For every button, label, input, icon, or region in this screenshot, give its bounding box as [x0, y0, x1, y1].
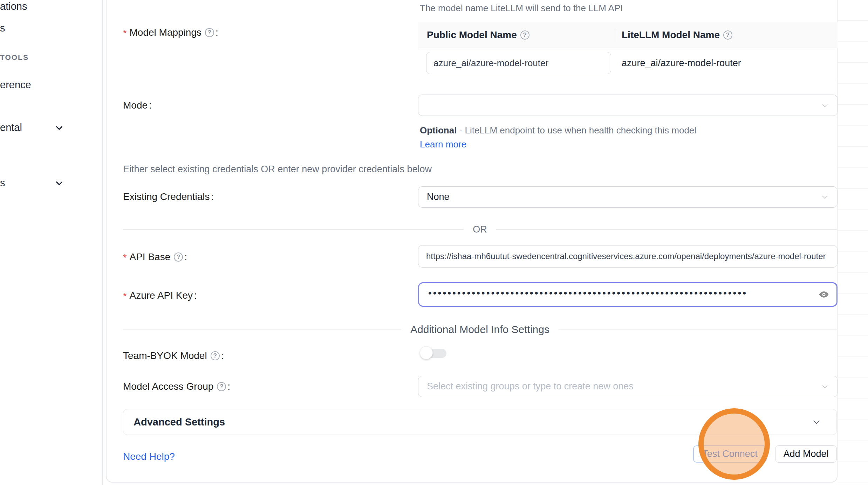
existing-credentials-label: Existing Credentials:: [123, 191, 214, 202]
background-table-hint: [838, 0, 868, 485]
chevron-down-icon: [821, 102, 829, 109]
model-access-group-label: Model Access Group ? :: [123, 381, 230, 392]
sidebar-item-settings[interactable]: s: [0, 177, 5, 189]
chevron-down-icon: [55, 123, 64, 132]
required-asterisk: *: [123, 250, 127, 263]
masked-api-key: ••••••••••••••••••••••••••••••••••••••••…: [428, 287, 747, 299]
column-divider: [615, 29, 615, 42]
credentials-note: Either select existing credentials OR en…: [123, 164, 432, 175]
mode-help-text: Optional - LiteLLM endpoint to use when …: [420, 123, 714, 151]
mode-label: Mode:: [123, 100, 152, 111]
table-header-row: Public Model Name ? LiteLLM Model Name ?: [418, 22, 838, 48]
sidebar-item-organizations[interactable]: ations: [0, 1, 27, 12]
eye-icon[interactable]: [818, 289, 829, 300]
help-icon[interactable]: ?: [723, 30, 732, 40]
select-placeholder: Select existing groups or type to create…: [427, 381, 634, 392]
sidebar-section-tools: TOOLS: [0, 53, 29, 62]
sidebar: ations s TOOLS erence ental s: [0, 0, 103, 485]
team-byok-label: Team-BYOK Model ? :: [123, 350, 224, 361]
toggle-knob: [420, 346, 433, 359]
sidebar-item-models[interactable]: s: [0, 22, 5, 34]
chevron-down-icon: [821, 193, 829, 201]
help-icon[interactable]: ?: [217, 382, 226, 391]
or-divider: OR: [123, 224, 837, 235]
azure-api-key-label: * Azure API Key :: [123, 289, 197, 302]
column-header-public-model-name: Public Model Name ?: [418, 29, 615, 41]
sidebar-item-experimental[interactable]: ental: [0, 122, 22, 133]
api-base-input[interactable]: [418, 245, 838, 268]
help-icon[interactable]: ?: [211, 351, 220, 360]
chevron-down-icon: [821, 383, 829, 390]
public-model-name-input[interactable]: [426, 52, 611, 74]
chevron-down-icon: [55, 179, 64, 188]
required-asterisk: *: [123, 289, 127, 302]
learn-more-link[interactable]: Learn more: [420, 139, 466, 150]
model-mappings-label: * Model Mappings ? :: [123, 26, 218, 39]
help-icon[interactable]: ?: [174, 252, 183, 262]
required-asterisk: *: [123, 26, 127, 39]
test-connect-button[interactable]: Test Connect: [693, 445, 767, 463]
existing-credentials-select[interactable]: None: [418, 186, 838, 208]
help-icon[interactable]: ?: [205, 28, 214, 37]
azure-api-key-input[interactable]: ••••••••••••••••••••••••••••••••••••••••…: [418, 282, 838, 307]
need-help-link[interactable]: Need Help?: [123, 451, 175, 462]
api-base-label: * API Base ? :: [123, 250, 187, 263]
additional-settings-divider: Additional Model Info Settings: [123, 324, 837, 335]
help-icon[interactable]: ?: [520, 30, 529, 40]
chevron-down-icon: [812, 417, 821, 427]
add-model-button[interactable]: Add Model: [775, 445, 837, 463]
team-byok-toggle[interactable]: [420, 346, 452, 360]
sidebar-item-inference[interactable]: erence: [0, 79, 31, 91]
advanced-settings-toggle[interactable]: Advanced Settings: [123, 409, 837, 435]
column-header-litellm-model-name: LiteLLM Model Name ?: [615, 29, 732, 41]
table-row: azure_ai/azure-model-router: [418, 48, 838, 79]
litellm-model-name-value: azure_ai/azure-model-router: [622, 58, 741, 69]
model-name-help-text: The model name LiteLLM will send to the …: [420, 3, 623, 14]
model-mappings-table: Public Model Name ? LiteLLM Model Name ?…: [418, 22, 838, 79]
mode-select[interactable]: [418, 95, 838, 116]
model-access-group-select[interactable]: Select existing groups or type to create…: [418, 376, 838, 397]
